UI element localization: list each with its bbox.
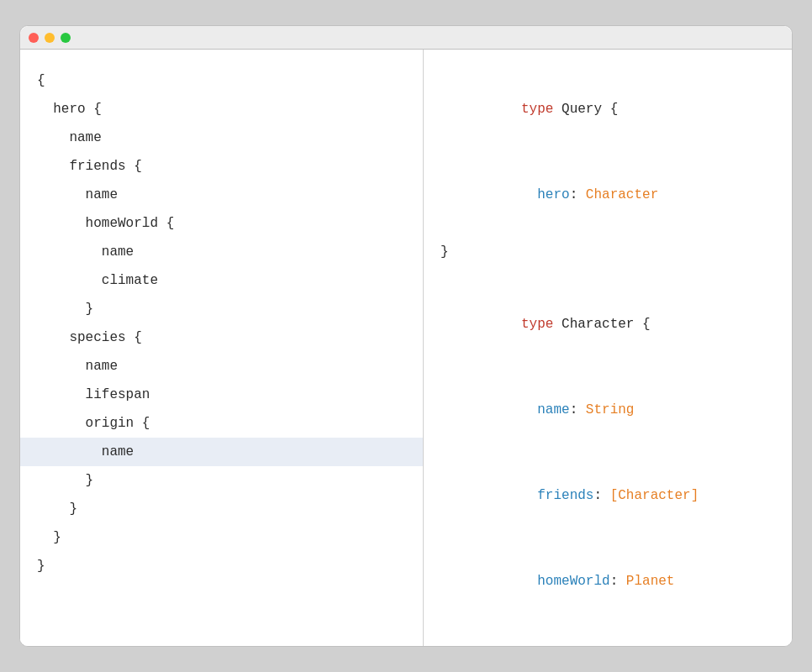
- character-field-species: species: Species: [424, 624, 792, 646]
- line-13: origin {: [20, 409, 423, 438]
- content-area: { hero { name friends { name homeWorld {…: [20, 50, 792, 646]
- close-button[interactable]: [29, 33, 39, 43]
- character-type-header: type Character {: [424, 281, 792, 367]
- query-close: }: [424, 238, 792, 266]
- line-2: hero {: [20, 95, 423, 123]
- field-homeworld: homeWorld: [521, 574, 610, 589]
- keyword-type-2: type: [521, 317, 553, 332]
- query-field-hero: hero: Character: [424, 152, 792, 238]
- line-10: species {: [20, 323, 423, 352]
- line-6: homeWorld {: [20, 209, 423, 238]
- left-panel: { hero { name friends { name homeWorld {…: [20, 50, 424, 646]
- line-3: name: [20, 123, 423, 152]
- maximize-button[interactable]: [61, 33, 71, 43]
- query-type-header: type Query {: [424, 66, 792, 152]
- line-12: lifespan: [20, 381, 423, 409]
- line-15: }: [20, 466, 423, 495]
- line-4: friends {: [20, 152, 423, 181]
- minimize-button[interactable]: [45, 33, 55, 43]
- field-hero: hero: [521, 187, 570, 202]
- line-7: name: [20, 238, 423, 266]
- line-17: }: [20, 523, 423, 552]
- line-14: name: [20, 438, 423, 466]
- gap-1: [424, 266, 792, 281]
- field-name-1: name: [521, 402, 570, 417]
- character-field-name: name: String: [424, 367, 792, 453]
- field-friends: friends: [521, 488, 593, 503]
- right-code-block: type Query { hero: Character } type Char…: [424, 66, 792, 646]
- titlebar: [20, 26, 792, 50]
- character-field-homeworld: homeWorld: Planet: [424, 538, 792, 624]
- right-panel: type Query { hero: Character } type Char…: [424, 50, 792, 646]
- type-string-1: String: [586, 402, 635, 417]
- line-5: name: [20, 181, 423, 209]
- line-11: name: [20, 352, 423, 381]
- keyword-type: type: [521, 102, 553, 117]
- left-code-block: { hero { name friends { name homeWorld {…: [20, 66, 423, 580]
- type-planet-1: Planet: [626, 574, 675, 589]
- line-8: climate: [20, 266, 423, 295]
- line-9: }: [20, 295, 423, 323]
- line-16: }: [20, 495, 423, 523]
- type-character: Character: [586, 187, 658, 202]
- main-window: { hero { name friends { name homeWorld {…: [19, 25, 793, 647]
- line-1: {: [20, 66, 423, 95]
- character-field-friends: friends: [Character]: [424, 453, 792, 538]
- type-character-list: [Character]: [610, 488, 699, 503]
- line-18: }: [20, 552, 423, 580]
